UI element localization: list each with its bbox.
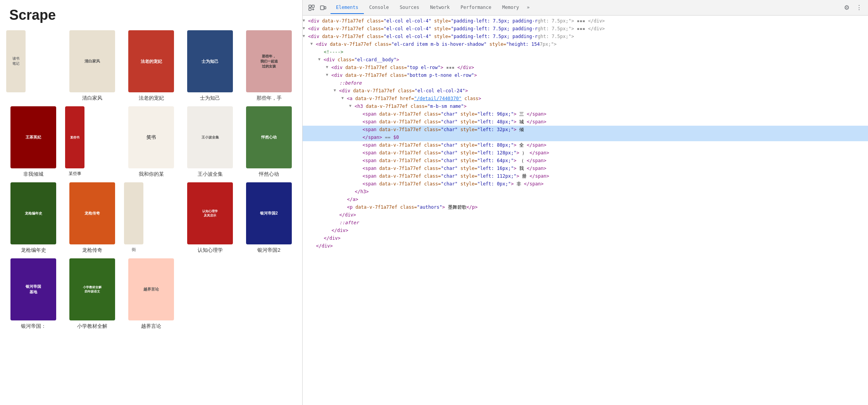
list-item[interactable]: 笑书 我和你的某: [124, 106, 178, 178]
html-line[interactable]: <h3 data-v-7f1a77ef class="m-b-sm name" …: [303, 102, 868, 110]
expand-arrow[interactable]: [326, 72, 331, 78]
html-line[interactable]: <span data-v-7f1a77ef class="char" style…: [303, 141, 868, 149]
devtools-toolbar: Elements Console Sources Network Perform…: [303, 0, 868, 16]
html-line[interactable]: </a>: [303, 196, 868, 203]
list-item[interactable]: 法老的宠妃 法老的宠妃: [124, 30, 178, 102]
html-line[interactable]: <div data-v-7f1a77ef class="el-col el-co…: [303, 87, 868, 95]
html-line[interactable]: <div data-v-7f1a77ef class="bottom p-t-n…: [303, 71, 868, 79]
tab-more-button[interactable]: »: [524, 2, 532, 14]
html-line[interactable]: <span data-v-7f1a77ef class="char" style…: [303, 149, 868, 157]
list-item[interactable]: 银河帝国2 银河帝国2: [242, 182, 296, 254]
list-item[interactable]: 街: [124, 182, 143, 254]
list-item[interactable]: 那些年，我们一起追过的女孩 那些年，手: [242, 30, 296, 102]
expand-arrow[interactable]: [349, 103, 355, 109]
list-item[interactable]: 认知心理学及其启示 认知心理学: [183, 182, 237, 254]
left-panel: Scrape 读书笔记 清白家风 清白家风 法老的宠妃 法老的宠妃 士为知己: [0, 0, 302, 405]
list-item[interactable]: 龙枪编年史 龙枪编年史: [6, 182, 60, 254]
html-line[interactable]: <span data-v-7f1a77ef class="char" style…: [303, 118, 868, 126]
book-grid: 读书笔记 清白家风 清白家风 法老的宠妃 法老的宠妃 士为知己 士为知己 那些年…: [0, 27, 302, 333]
html-line[interactable]: <span data-v-7f1a77ef class="char" style…: [303, 180, 868, 188]
html-line[interactable]: <div data-v-7f1a77ef class="el-col el-co…: [303, 33, 868, 40]
list-item[interactable]: 小学教材全解四年级语文 小学教材全解: [65, 258, 119, 330]
tab-console[interactable]: Console: [364, 2, 394, 14]
devtools-toolbar-right: ⚙ ⋮: [841, 2, 865, 14]
html-line[interactable]: <div data-v-7f1a77ef class="el-col el-co…: [303, 25, 868, 33]
settings-button[interactable]: ⚙: [841, 2, 852, 14]
list-item[interactable]: 王茶英妃 非我倾城: [6, 106, 60, 178]
html-line[interactable]: <span data-v-7f1a77ef class="char" style…: [303, 164, 868, 172]
html-line[interactable]: <span data-v-7f1a77ef class="char" style…: [303, 110, 868, 118]
html-line[interactable]: <div data-v-7f1a77ef class="el-col el-co…: [303, 17, 868, 25]
html-line[interactable]: </h3>: [303, 188, 868, 196]
expand-arrow[interactable]: [334, 87, 339, 93]
svg-rect-2: [309, 8, 311, 10]
tab-elements[interactable]: Elements: [331, 2, 364, 14]
svg-rect-0: [309, 5, 311, 7]
devtools-tabs: Elements Console Sources Network Perform…: [331, 2, 532, 14]
list-item[interactable]: 清白家风 清白家风: [65, 30, 119, 102]
html-line[interactable]: </div>: [303, 242, 868, 250]
html-line-highlighted[interactable]: <span data-v-7f1a77ef class="char" style…: [303, 126, 868, 133]
list-item[interactable]: 银河帝国基地 银河帝国：: [6, 258, 60, 330]
list-item[interactable]: 王小波全集 王小波全集: [183, 106, 237, 178]
list-item[interactable]: 龙枪传奇 龙枪传奇: [65, 182, 119, 254]
more-options-button[interactable]: ⋮: [853, 2, 865, 14]
device-toggle-button[interactable]: [317, 2, 329, 14]
expand-arrow[interactable]: [326, 64, 331, 70]
html-line-highlighted-cont[interactable]: </span> == $0: [303, 133, 868, 141]
html-line[interactable]: ::after: [303, 219, 868, 227]
html-line[interactable]: </div>: [303, 227, 868, 234]
html-line[interactable]: <div data-v-7f1a77ef class="el-card item…: [303, 40, 868, 48]
html-line[interactable]: </div>: [303, 234, 868, 242]
inspect-element-button[interactable]: [306, 2, 317, 14]
html-line[interactable]: ::before: [303, 79, 868, 87]
html-line[interactable]: <a data-v-7f1a77ef href="/detail/7440370…: [303, 95, 868, 102]
expand-arrow[interactable]: [303, 25, 308, 31]
tab-network[interactable]: Network: [425, 2, 455, 14]
html-line[interactable]: <p data-v-7f1a77ef class="authors" > 墨舞碧…: [303, 203, 868, 211]
list-item[interactable]: 某些书 某些事: [65, 106, 84, 178]
tab-performance[interactable]: Performance: [455, 2, 497, 14]
list-item[interactable]: 越界言论 越界言论: [124, 258, 178, 330]
html-line[interactable]: <div class="el-card__body" >: [303, 56, 868, 64]
expand-arrow[interactable]: [303, 17, 308, 23]
list-item[interactable]: 读书笔记: [6, 30, 26, 102]
svg-rect-5: [320, 6, 324, 10]
html-line[interactable]: <div data-v-7f1a77ef class="top el-row" …: [303, 64, 868, 71]
html-line[interactable]: </div>: [303, 211, 868, 219]
page-title: Scrape: [0, 0, 302, 27]
devtools-panel: Elements Console Sources Network Perform…: [302, 0, 868, 405]
svg-rect-1: [312, 5, 314, 7]
html-line[interactable]: <span data-v-7f1a77ef class="char" style…: [303, 157, 868, 164]
expand-arrow[interactable]: [341, 95, 347, 101]
devtools-content[interactable]: <div data-v-7f1a77ef class="el-col el-co…: [303, 16, 868, 405]
expand-arrow[interactable]: [318, 56, 324, 62]
expand-arrow[interactable]: [310, 41, 316, 47]
list-item[interactable]: 士为知己 士为知己: [183, 30, 237, 102]
html-line[interactable]: <!---->: [303, 48, 868, 56]
list-item[interactable]: 怦然心动 怦然心动: [242, 106, 296, 178]
tab-memory[interactable]: Memory: [497, 2, 524, 14]
html-line[interactable]: <span data-v-7f1a77ef class="char" style…: [303, 172, 868, 180]
tab-sources[interactable]: Sources: [394, 2, 425, 14]
expand-arrow[interactable]: [303, 33, 308, 39]
svg-rect-6: [324, 7, 326, 9]
